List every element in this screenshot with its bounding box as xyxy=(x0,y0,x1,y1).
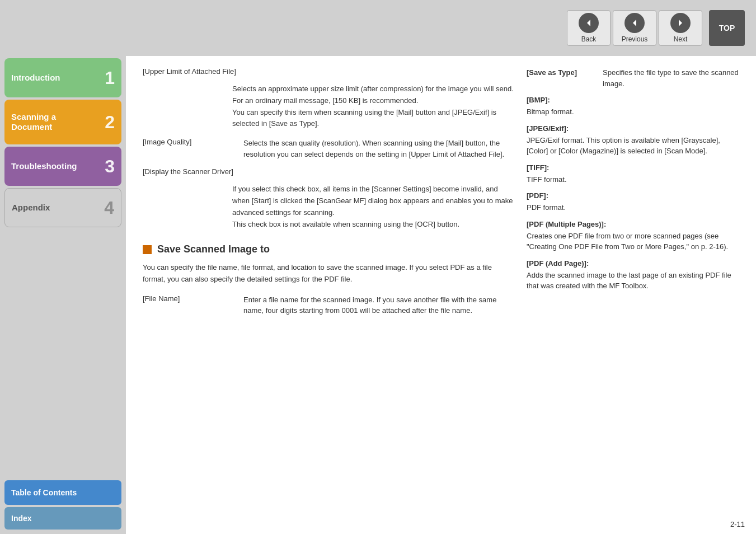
index-label: Index xyxy=(11,514,32,523)
back-button[interactable]: Back xyxy=(567,10,611,46)
bmp-title: [BMP]: xyxy=(527,96,739,104)
section-heading: Save Scanned Image to xyxy=(143,243,515,255)
previous-button[interactable]: Previous xyxy=(613,10,656,46)
svg-marker-2 xyxy=(679,20,682,26)
toc-label: Table of Contents xyxy=(11,488,77,497)
sidebar-item-appendix[interactable]: Appendix 4 xyxy=(4,188,121,227)
save-as-type-label: [Save as Type] xyxy=(527,67,594,89)
pdf-block: [PDF]: PDF format. xyxy=(527,191,739,213)
bmp-desc: Bitmap format. xyxy=(527,106,739,118)
content-columns: [Upper Limit of Attached File] Selects a… xyxy=(143,67,739,324)
save-as-type-desc: Specifies the file type to save the scan… xyxy=(603,67,739,89)
pdf-add-desc: Adds the scanned image to the last page … xyxy=(527,270,739,292)
back-icon xyxy=(579,13,599,33)
tiff-block: [TIFF]: TIFF format. xyxy=(527,163,739,185)
main-content: [Upper Limit of Attached File] Selects a… xyxy=(126,56,756,534)
sidebar: Introduction 1 Scanning a Document 2 Tro… xyxy=(0,56,126,534)
pdf-multi-title: [PDF (Multiple Pages)]: xyxy=(527,220,739,228)
pdf-desc: PDF format. xyxy=(527,202,739,213)
page-number: 2-11 xyxy=(730,520,745,528)
back-label: Back xyxy=(581,35,597,43)
next-icon xyxy=(670,13,691,33)
upper-limit-key: [Upper Limit of Attached File] xyxy=(143,67,236,76)
index-button[interactable]: Index xyxy=(4,507,121,530)
tiff-desc: TIFF format. xyxy=(527,174,739,185)
sidebar-number-appendix: 4 xyxy=(104,198,114,218)
pdf-multi-desc: Creates one PDF file from two or more sc… xyxy=(527,231,739,252)
jpeg-block: [JPEG/Exif]: JPEG/Exif format. This opti… xyxy=(527,124,739,157)
previous-label: Previous xyxy=(622,35,648,43)
pdf-add-block: [PDF (Add Page)]: Adds the scanned image… xyxy=(527,259,739,292)
upper-limit-row: [Upper Limit of Attached File] xyxy=(143,67,515,76)
image-quality-row: [Image Quality] Selects the scan quality… xyxy=(143,138,515,160)
jpeg-title: [JPEG/Exif]: xyxy=(527,124,739,133)
save-as-type-block: [Save as Type] Specifies the file type t… xyxy=(527,67,739,89)
previous-icon xyxy=(624,13,645,33)
pdf-title: [PDF]: xyxy=(527,191,739,200)
upper-limit-value: Selects an approximate upper size limit … xyxy=(143,83,515,130)
sidebar-number-scanning: 2 xyxy=(105,112,115,133)
image-quality-value: Selects the scan quality (resolution). W… xyxy=(243,138,515,160)
section-heading-text: Save Scanned Image to xyxy=(157,243,270,255)
image-quality-key: [Image Quality] xyxy=(143,138,232,160)
display-scanner-value: If you select this check box, all items … xyxy=(143,184,515,230)
display-scanner-key: [Display the Scanner Driver] xyxy=(143,167,233,176)
bmp-block: [BMP]: Bitmap format. xyxy=(527,96,739,118)
top-button[interactable]: TOP xyxy=(709,10,745,46)
sidebar-label-appendix: Appendix xyxy=(12,203,50,213)
svg-marker-1 xyxy=(633,20,636,26)
save-intro: You can specify the file name, file form… xyxy=(143,262,515,285)
svg-marker-0 xyxy=(587,20,590,26)
sidebar-label-troubleshooting: Troubleshooting xyxy=(11,161,77,171)
sidebar-item-introduction[interactable]: Introduction 1 xyxy=(4,58,121,97)
tiff-title: [TIFF]: xyxy=(527,163,739,172)
next-button[interactable]: Next xyxy=(659,10,702,46)
sidebar-bottom: Table of Contents Index xyxy=(0,480,126,534)
file-name-row: [File Name] Enter a file name for the sc… xyxy=(143,294,515,316)
right-column: [Save as Type] Specifies the file type t… xyxy=(527,67,739,324)
navigation-controls: Back Previous Next TOP xyxy=(567,10,745,46)
pdf-multi-block: [PDF (Multiple Pages)]: Creates one PDF … xyxy=(527,220,739,252)
next-label: Next xyxy=(674,35,688,43)
sidebar-label-introduction: Introduction xyxy=(11,73,60,83)
jpeg-desc: JPEG/Exif format. This option is availab… xyxy=(527,135,739,157)
toc-button[interactable]: Table of Contents xyxy=(4,480,121,505)
file-name-key: [File Name] xyxy=(143,294,232,316)
save-as-type-row: [Save as Type] Specifies the file type t… xyxy=(527,67,739,89)
sidebar-item-scanning[interactable]: Scanning a Document 2 xyxy=(4,100,121,144)
left-column: [Upper Limit of Attached File] Selects a… xyxy=(143,67,515,324)
top-bar: Back Previous Next TOP xyxy=(0,0,756,56)
section-heading-square xyxy=(143,245,152,254)
sidebar-number-troubleshooting: 3 xyxy=(105,156,115,177)
sidebar-number-introduction: 1 xyxy=(105,68,115,88)
file-name-value: Enter a file name for the scanned image.… xyxy=(243,294,515,316)
pdf-add-title: [PDF (Add Page)]: xyxy=(527,259,739,268)
sidebar-item-troubleshooting[interactable]: Troubleshooting 3 xyxy=(4,147,121,186)
display-scanner-row: [Display the Scanner Driver] xyxy=(143,167,515,176)
sidebar-label-scanning: Scanning a Document xyxy=(11,112,56,132)
